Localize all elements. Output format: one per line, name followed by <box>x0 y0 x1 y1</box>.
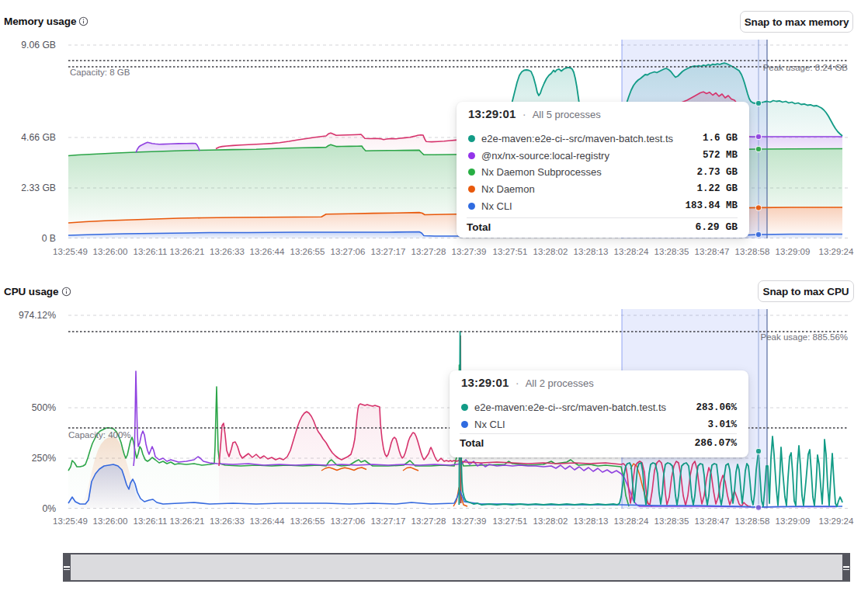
svg-text:13:26:33: 13:26:33 <box>210 516 245 526</box>
svg-text:13:27:39: 13:27:39 <box>452 516 487 526</box>
svg-text:13:28:13: 13:28:13 <box>574 516 609 526</box>
svg-text:500%: 500% <box>32 402 56 413</box>
svg-text:13:28:35: 13:28:35 <box>654 516 689 526</box>
svg-text:13:27:06: 13:27:06 <box>331 516 366 526</box>
svg-text:974.12%: 974.12% <box>19 310 56 321</box>
svg-text:13:26:21: 13:26:21 <box>170 516 205 526</box>
svg-text:13:28:47: 13:28:47 <box>695 516 730 526</box>
svg-text:0%: 0% <box>42 503 56 514</box>
svg-text:250%: 250% <box>32 453 56 464</box>
svg-text:13:26:55: 13:26:55 <box>290 516 325 526</box>
svg-text:13:27:28: 13:27:28 <box>411 516 446 526</box>
svg-text:13:28:24: 13:28:24 <box>614 516 649 526</box>
svg-text:13:26:44: 13:26:44 <box>250 516 285 526</box>
svg-text:Peak usage: 885.56%: Peak usage: 885.56% <box>760 332 848 342</box>
svg-text:13:26:11: 13:26:11 <box>134 516 168 526</box>
svg-text:13:28:58: 13:28:58 <box>735 516 770 526</box>
svg-text:13:29:09: 13:29:09 <box>776 516 811 526</box>
svg-text:13:27:51: 13:27:51 <box>493 516 528 526</box>
svg-text:Capacity: 400%: Capacity: 400% <box>68 430 131 440</box>
svg-text:13:25:49: 13:25:49 <box>53 516 88 526</box>
svg-text:13:27:17: 13:27:17 <box>371 516 406 526</box>
svg-text:13:29:24: 13:29:24 <box>819 516 854 526</box>
svg-text:13:26:00: 13:26:00 <box>93 516 128 526</box>
svg-text:13:28:02: 13:28:02 <box>533 516 568 526</box>
